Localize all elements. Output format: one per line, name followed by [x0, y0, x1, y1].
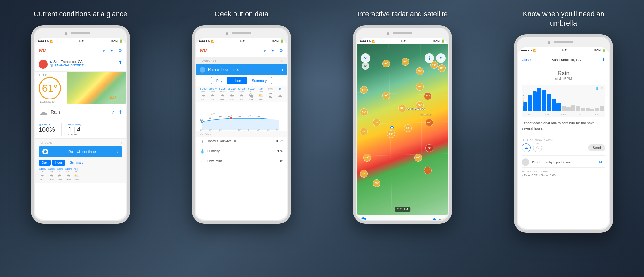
close-radar-button[interactable]: ✕ — [361, 53, 370, 63]
alert-icon: ! — [39, 60, 48, 69]
forecast-share-icon[interactable]: ⬆ — [120, 141, 123, 144]
info-button[interactable]: ℹ — [425, 53, 434, 63]
battery-pct-4: 100% — [594, 49, 601, 52]
battery-pct-3: 100% — [433, 40, 440, 43]
navigate-icon-1[interactable]: ➤ — [110, 48, 114, 53]
dew-label: Dew Point — [207, 159, 222, 163]
tab-summary[interactable]: Summary — [66, 160, 87, 166]
condition-label: Rain — [522, 70, 605, 77]
detail-body: Rain at 4:15PM INTENSITY — [518, 66, 609, 181]
status-right-2: 100% 🔋 — [272, 39, 284, 43]
temp-60-3: 60° — [404, 124, 412, 132]
precip-value: 100% — [39, 126, 55, 133]
wind-dir: ⊙ WSW — [68, 133, 81, 136]
panel-1-title: Current conditions at a glance — [34, 10, 127, 19]
wind-block: WIND (MPH) 1 | 4 ⊙ WSW — [68, 123, 81, 136]
val-2: 0.48" — [49, 170, 54, 173]
share-icon-2[interactable]: ⬆ — [281, 59, 284, 62]
play-button[interactable]: ▶ — [360, 217, 366, 220]
chevron-right-icon[interactable]: › — [117, 149, 119, 154]
intensity-chart: INTENSITY — [522, 85, 605, 117]
svg-text:60°: 60° — [238, 115, 241, 118]
bar-12 — [576, 106, 580, 111]
forecast-label-2: FORECAST — [200, 59, 217, 62]
no-rain-button[interactable]: ⊘ — [533, 143, 542, 152]
hcol-7: △0° 7PM ⛅ ⊙8 — [256, 88, 265, 101]
hourly-strip: 💧100% 0.91" 🌧 1PM 💧100% 0.48" 🌧 2PM — [39, 168, 122, 181]
radar-map[interactable]: 58° 57° 57° 63° 59° 59° 56° 60° 58° 59° … — [357, 44, 448, 220]
tab-summary-2[interactable]: Summary — [246, 77, 272, 84]
svg-text:9P: 9P — [276, 129, 279, 131]
close-button-4[interactable]: Close — [522, 58, 531, 62]
totals-label: TOTALS - NEXT 6 HRS — [522, 170, 605, 173]
temp-57-2: 57° — [402, 58, 409, 66]
forecast-banner-text: Rain will continue. — [68, 150, 97, 154]
svg-text:60°: 60° — [228, 115, 232, 118]
panel-3-title: Interactive radar and satellite — [357, 10, 448, 19]
humidity-left: 💧 Humidity — [200, 149, 220, 154]
now-label: NOW — [439, 219, 445, 220]
dot3 — [42, 40, 44, 42]
temp-59-3: 59° — [387, 130, 395, 138]
search-icon-2[interactable]: ⌕ — [264, 48, 266, 53]
settings-icon-1[interactable]: ⚙ — [118, 48, 122, 53]
temp-71: 71° — [425, 144, 433, 152]
temp-chart-svg: 63° 61° 60° 60° 60° 60° 60° 1P 2P 3P 4P … — [196, 102, 287, 131]
svg-text:60°: 60° — [257, 115, 261, 118]
signal-dots-3: 📶 — [360, 40, 375, 43]
status-bar-3: 📶 9:41 100% 🔋 — [357, 38, 448, 44]
temp-58-3: 58° — [360, 128, 368, 135]
hcol-9: 5↑ 9P ☁ — [276, 88, 285, 101]
panel-3: Interactive radar and satellite 📶 9:41 — [322, 0, 483, 277]
chevron-right-2[interactable]: › — [282, 67, 283, 73]
battery-pct-1: 100% — [111, 40, 118, 43]
dot2 — [40, 40, 42, 42]
humidity-row: 💧 Humidity 91% — [196, 146, 287, 156]
forecast-banner: Rain will continue. › — [39, 146, 122, 157]
tab-day[interactable]: Day — [39, 160, 51, 166]
search-icon-1[interactable]: ⌕ — [103, 48, 105, 53]
plus-icon[interactable]: + — [119, 108, 122, 116]
time-1: 1PM — [40, 178, 44, 181]
hour-item-2: 💧100% 0.48" 🌧 2PM — [48, 168, 55, 181]
user-avatar — [522, 158, 529, 166]
precip-3: 💧90% — [57, 168, 63, 170]
battery-icon-2: 🔋 — [280, 39, 284, 43]
forecast-circle-icon — [42, 149, 48, 154]
nav-bar-4: Close San Francisco, CA ⬆ — [518, 53, 609, 66]
icon-4: 🌧 — [66, 173, 70, 178]
weather-main: 64° 56° 61° FEELS LIKE 61° 64° — [35, 72, 126, 104]
precip-1: 💧100% — [39, 168, 46, 170]
settings-icon-2[interactable]: ⚙ — [279, 48, 283, 53]
val-5: 0° — [75, 170, 78, 173]
temp-61-2: 61° — [425, 119, 433, 126]
label-6pm: 6PM — [561, 114, 566, 116]
navigate-icon-2[interactable]: ➤ — [271, 48, 275, 53]
yes-rain-button[interactable]: ☁ — [522, 143, 531, 152]
map-link[interactable]: Map — [599, 161, 605, 164]
status-right-1: 100% 🔋 — [111, 39, 123, 43]
broadcast-icon: 📡 — [50, 64, 54, 67]
location-sub: 📡 FINANCIAL DISTRICT — [50, 64, 119, 67]
tab-hour[interactable]: Hour — [52, 160, 65, 166]
raining-now-section: IS IT RAINING NOW? ☁ ⊘ Send — [522, 135, 605, 152]
share-radar-button[interactable]: ⬆ — [436, 53, 446, 63]
arrow-icon: ▶ — [50, 60, 52, 64]
svg-text:7P: 7P — [257, 129, 260, 131]
label-8pm: 8PM — [595, 114, 599, 116]
divider — [61, 123, 62, 136]
tab-day-2[interactable]: Day — [211, 77, 228, 84]
humidity-label: Humidity — [207, 149, 220, 153]
send-button[interactable]: Send — [588, 144, 605, 151]
temp-58-4: 58° — [363, 154, 371, 162]
forecast-header-2: FORECAST ⬆ — [196, 57, 287, 64]
temp-range: 64° 56° — [39, 74, 47, 76]
temp-59-4: 59° — [373, 179, 380, 187]
signal-dots-2: 📶 — [199, 40, 214, 43]
share-icon-1[interactable]: ⬆ — [119, 60, 122, 65]
forecast-section: FORECAST ⬆ Rain will continue. › Day Hou… — [35, 139, 126, 183]
tab-hour-2[interactable]: Hour — [228, 77, 246, 84]
share-icon-4[interactable]: ⬆ — [602, 57, 605, 62]
check-icon[interactable]: ✓ — [111, 109, 115, 115]
hour-item-1: 💧100% 0.91" 🌧 1PM — [39, 168, 46, 181]
